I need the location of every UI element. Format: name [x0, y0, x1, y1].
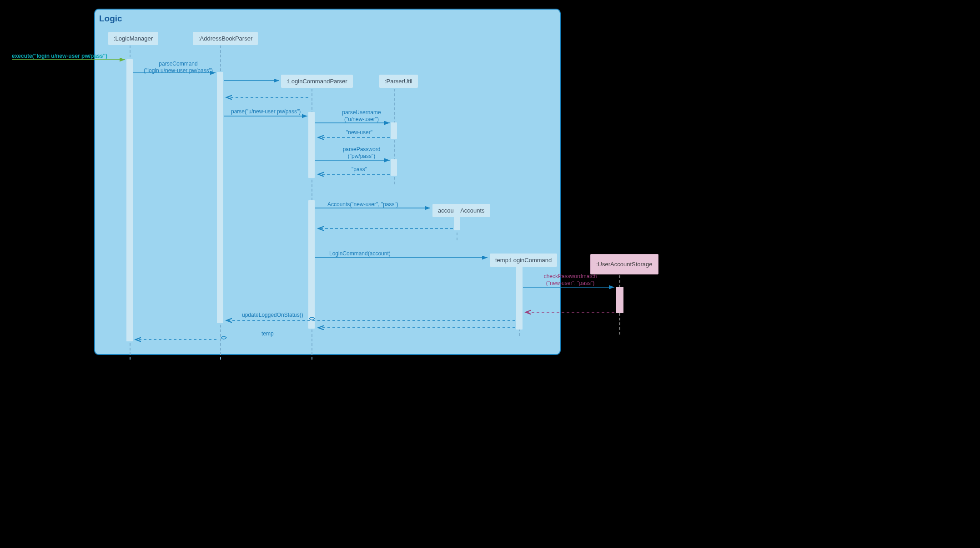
activation-accounts: [454, 208, 460, 230]
msg-accounts-new: Accounts("new-user", "pass"): [327, 201, 398, 208]
lifeline-login-command: temp:LoginCommand: [490, 254, 557, 267]
msg-login-command-new: LoginCommand(account): [329, 250, 391, 257]
msg-new-user-return: "new-user": [341, 129, 377, 136]
lifeline-logic-manager: :LogicManager: [108, 32, 158, 45]
msg-check-password-match-arg: ("new-user", "pass"): [538, 280, 602, 286]
activation-address-book-parser: [217, 72, 223, 323]
msg-update-logged-on-status: updateLoggedOnStatus(): [242, 312, 303, 318]
sequence-diagram: Logic :LogicManager :AddressBookParser :…: [0, 0, 980, 548]
activation-login-command: [516, 266, 523, 330]
msg-parse-password-arg: ("pw/pass"): [334, 153, 389, 159]
activation-login-command-parser-1: [308, 112, 315, 178]
msg-temp: temp: [261, 330, 274, 337]
logic-frame-title: Logic: [99, 14, 122, 24]
msg-parse-username-arg: ("u/new-user"): [334, 116, 389, 122]
lifeline-accounts: account:Accounts: [432, 204, 490, 217]
msg-execute: execute("login u/new-user pw/pass"): [12, 53, 107, 59]
msg-parse-command: parseCommand: [151, 61, 206, 67]
msg-parse-password: parsePassword: [334, 146, 389, 152]
lifeline-login-command-parser: :LoginCommandParser: [281, 75, 353, 88]
msg-pass-return: "pass": [346, 166, 373, 173]
lifeline-parser-util: :ParserUtil: [379, 75, 418, 88]
activation-parser-util-2: [391, 159, 397, 176]
msg-parse-username: parseUsername: [334, 109, 389, 116]
msg-check-password-match: checkPasswordmatch: [538, 273, 602, 279]
lifeline-address-book-parser: :AddressBookParser: [193, 32, 258, 45]
activation-user-account-storage: [616, 287, 623, 313]
activation-login-command-parser-2: [308, 200, 315, 329]
activation-parser-util-1: [391, 122, 397, 139]
activation-logic-manager: [126, 59, 133, 341]
lifeline-user-account-storage: :UserAccountStorage: [590, 254, 658, 274]
msg-parse: parse("u/new-user pw/pass"): [231, 108, 301, 115]
msg-parse-command-arg: ("login u/new-user pw/pass"): [137, 67, 219, 74]
